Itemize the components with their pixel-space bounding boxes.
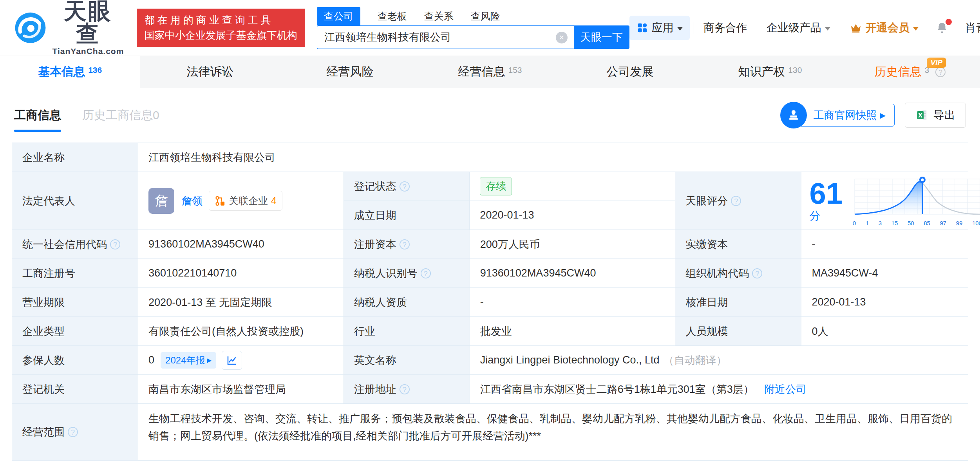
logo-title: 天眼查 xyxy=(52,0,124,45)
search-tab-company[interactable]: 查公司 xyxy=(317,7,360,25)
field-value: 2020-01-13 xyxy=(801,288,968,316)
help-icon[interactable]: ? xyxy=(400,239,410,249)
help-icon[interactable]: ? xyxy=(935,67,946,77)
table-row-company-name: 企业名称 江西领培生物科技有限公司 xyxy=(12,143,968,172)
tianyancha-logo-icon xyxy=(14,11,47,44)
table-row-business-scope: 经营范围? 生物工程技术开发、咨询、交流、转让、推广服务；预包装及散装食品、保健… xyxy=(12,404,968,460)
score-curve-icon xyxy=(853,175,980,219)
logo-domain: TianYanCha.com xyxy=(52,47,124,56)
company-name-value: 江西领培生物科技有限公司 xyxy=(138,143,968,172)
chevron-down-icon xyxy=(825,27,830,31)
field-value: 91360102MA3945CW40 xyxy=(470,259,676,287)
field-label: 经营范围? xyxy=(12,404,138,460)
subtab-business-registration[interactable]: 工商信息 xyxy=(14,107,61,123)
help-icon[interactable]: ? xyxy=(731,196,741,206)
field-label: 注册资本? xyxy=(344,230,470,258)
avatar[interactable]: 詹 xyxy=(148,188,174,214)
field-label: 组织机构代码? xyxy=(675,259,801,287)
chevron-down-icon xyxy=(677,27,683,31)
field-label: 法定代表人 xyxy=(12,172,138,230)
field-value: 200万人民币 xyxy=(470,230,676,258)
score-axis-ticks: 0 1 3 15 50 85 97 99 100 xyxy=(853,220,980,226)
table-row-registry: 登记机关 南昌市东湖区市场监督管理局 注册地址? 江西省南昌市东湖区贤士二路6号… xyxy=(12,375,968,404)
chevron-down-icon xyxy=(913,27,919,31)
official-snapshot-button[interactable]: 工商官网快照 ▶ xyxy=(785,104,895,127)
help-icon[interactable]: ? xyxy=(421,268,431,278)
field-label: 英文名称 xyxy=(344,346,470,374)
slogan-line1: 都在用的商业查询工具 xyxy=(145,13,297,28)
nav-open-vip[interactable]: 开通会员 xyxy=(840,20,928,35)
business-info-table: 企业名称 江西领培生物科技有限公司 法定代表人 詹 詹领 关联企业 4 xyxy=(12,143,968,461)
field-label: 登记状态 ? xyxy=(344,172,470,201)
top-nav: 应用 商务合作 企业级产品 开通会员 xyxy=(629,16,980,40)
business-scope-value: 生物工程技术开发、咨询、交流、转让、推广服务；预包装及散装食品、保健食品、乳制品… xyxy=(138,404,968,460)
field-label: 统一社会信用代码? xyxy=(12,230,138,258)
section-bar: 工商信息 历史工商信息0 工商官网快照 ▶ 导出 xyxy=(0,88,980,143)
address-value: 江西省南昌市东湖区贤士二路6号1栋1单元301室（第3层） 附近公司 xyxy=(470,375,968,403)
field-label: 营业期限 xyxy=(12,288,138,316)
search-tabs: 查公司 查老板 查关系 查风险 xyxy=(317,7,629,25)
tab-history-info[interactable]: VIP 历史信息 3 ? xyxy=(840,56,980,88)
legal-rep-cell: 詹 詹领 关联企业 4 xyxy=(138,172,344,230)
search-tab-risk[interactable]: 查风险 xyxy=(471,7,500,25)
user-menu[interactable]: 肖青羽 xyxy=(956,20,980,35)
crown-icon xyxy=(850,22,862,34)
notifications-bell[interactable] xyxy=(928,21,956,34)
nearby-companies-link[interactable]: 附近公司 xyxy=(764,382,806,396)
insured-value-cell: 0 2024年报 ▶ xyxy=(138,346,344,374)
search-tab-relation[interactable]: 查关系 xyxy=(424,7,454,25)
trend-chart-button[interactable] xyxy=(222,351,242,370)
help-icon[interactable]: ? xyxy=(110,239,120,249)
relation-graph-icon xyxy=(215,195,226,206)
table-row: 营业期限 2020-01-13 至 无固定期限 纳税人资质 - 核准日期 202… xyxy=(12,288,968,317)
stamp-icon xyxy=(780,102,807,128)
help-icon[interactable]: ? xyxy=(68,427,78,437)
field-label: 企业类型 xyxy=(12,317,138,345)
help-icon[interactable]: ? xyxy=(400,181,410,192)
arrow-right-icon: ▶ xyxy=(207,357,212,364)
nav-apps[interactable]: 应用 xyxy=(629,16,690,40)
tab-operational-risk[interactable]: 经营风险 xyxy=(280,56,420,88)
field-label: 注册地址? xyxy=(344,375,470,403)
search-button[interactable]: 天眼一下 xyxy=(574,25,629,49)
status-date-subgrid: 登记状态 ? 存续 成立日期 2020-01-13 xyxy=(344,172,676,230)
tianyan-score-cell: 61 分 xyxy=(801,172,980,230)
score-value: 61 xyxy=(809,177,843,210)
field-value: 360102210140710 xyxy=(138,259,344,287)
help-icon[interactable]: ? xyxy=(400,384,410,394)
table-row: 统一社会信用代码? 91360102MA3945CW40 注册资本? 200万人… xyxy=(12,230,968,259)
search-input[interactable] xyxy=(317,25,574,49)
legal-rep-link[interactable]: 詹领 xyxy=(181,194,203,208)
field-label: 企业名称 xyxy=(12,143,138,172)
arrow-right-icon: ▶ xyxy=(880,111,886,120)
username: 肖青羽 xyxy=(965,20,980,35)
annual-report-badge[interactable]: 2024年报 ▶ xyxy=(161,352,216,369)
clear-icon[interactable]: × xyxy=(556,32,568,43)
subtab-history-registration[interactable]: 历史工商信息0 xyxy=(82,107,159,123)
field-label: 实缴资本 xyxy=(675,230,801,258)
notification-dot xyxy=(946,19,952,25)
table-row: 工商注册号 360102210140710 纳税人识别号? 91360102MA… xyxy=(12,259,968,288)
tab-basic-info[interactable]: 基本信息 136 xyxy=(0,56,140,88)
field-label: 纳税人识别号? xyxy=(344,259,470,287)
field-value: - xyxy=(801,230,968,258)
field-value: 0人 xyxy=(801,317,968,345)
nav-business-cooperation[interactable]: 商务合作 xyxy=(694,20,757,35)
tab-company-development[interactable]: 公司发展 xyxy=(560,56,700,88)
related-companies-badge[interactable]: 关联企业 4 xyxy=(209,191,282,211)
search-tab-boss[interactable]: 查老板 xyxy=(378,7,407,25)
logo[interactable]: 天眼查 TianYanCha.com xyxy=(14,0,124,56)
field-label: 成立日期 xyxy=(344,201,470,230)
tab-intellectual-property[interactable]: 知识产权 130 xyxy=(700,56,840,88)
registration-status-value: 存续 xyxy=(470,172,675,201)
export-button[interactable]: 导出 xyxy=(905,103,966,128)
field-value: MA3945CW-4 xyxy=(801,259,968,287)
table-row-insured: 参保人数 0 2024年报 ▶ 英文名称 Jiangxi Lingpei Bio… xyxy=(12,346,968,375)
field-label: 登记机关 xyxy=(12,375,138,403)
tab-legal-litigation[interactable]: 法律诉讼 xyxy=(140,56,280,88)
tab-business-info[interactable]: 经营信息 153 xyxy=(420,56,560,88)
vip-badge: VIP xyxy=(927,58,947,68)
help-icon[interactable]: ? xyxy=(752,268,762,278)
nav-enterprise-products[interactable]: 企业级产品 xyxy=(757,20,840,35)
line-chart-icon xyxy=(226,354,238,366)
